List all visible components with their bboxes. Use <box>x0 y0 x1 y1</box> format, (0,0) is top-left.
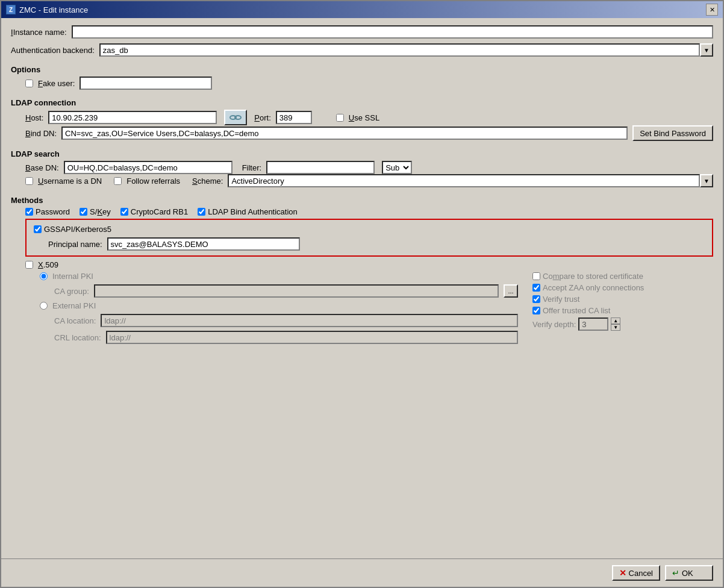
ldap-bind-method: LDAP Bind Authentication <box>198 207 298 216</box>
crl-location-input[interactable] <box>106 331 518 344</box>
verify-depth-up[interactable]: ▲ <box>611 317 620 324</box>
base-dn-row: Base DN: Filter: Sub One Base <box>25 161 713 174</box>
compare-stored-checkbox[interactable] <box>532 272 540 280</box>
verify-trust-checkbox[interactable] <box>532 295 540 303</box>
ok-button[interactable]: ↵ OK <box>665 565 713 581</box>
instance-name-input[interactable] <box>72 25 713 39</box>
verify-depth-spinner: ▲ ▼ <box>611 317 620 331</box>
use-ssl-checkbox[interactable] <box>336 114 344 122</box>
options-header: Options <box>11 65 713 74</box>
external-pki-row: External PKI <box>40 301 518 310</box>
ca-group-input[interactable] <box>94 284 499 298</box>
methods-checkboxes-row: Password S/Key CryptoCard RB1 LDAP Bind … <box>25 207 713 216</box>
accept-zaa-row: Accept ZAA only connections <box>532 283 713 292</box>
verify-depth-label: Verify depth: <box>532 320 576 329</box>
ca-location-row: CA location: <box>54 314 518 327</box>
cryptocard-method: CryptoCard RB1 <box>120 207 188 216</box>
scheme-input[interactable] <box>228 174 700 187</box>
skey-checkbox[interactable] <box>80 208 87 216</box>
host-row: Host: Port: Use SSL <box>25 110 713 125</box>
host-label: Host: <box>25 113 43 122</box>
password-label: Password <box>36 207 70 216</box>
instance-name-row: IInstance name: <box>11 25 713 39</box>
username-is-dn-checkbox[interactable] <box>25 177 33 185</box>
password-checkbox[interactable] <box>25 208 33 216</box>
options-section: Options Fake user: <box>11 61 713 90</box>
base-dn-input[interactable] <box>64 161 232 174</box>
app-icon: Z <box>6 5 16 14</box>
ca-group-row: CA group: ... <box>54 284 518 298</box>
use-ssl-label: Use SSL <box>349 113 379 122</box>
sub-select[interactable]: Sub One Base <box>382 161 412 174</box>
dialog-footer: ✕ Cancel ↵ OK <box>1 558 723 587</box>
scheme-control: ▼ <box>228 174 713 187</box>
x509-checkbox[interactable] <box>25 261 33 269</box>
fake-user-row: Fake user: <box>25 77 713 90</box>
ldap-bind-checkbox[interactable] <box>198 208 205 216</box>
principal-name-input[interactable] <box>107 237 300 251</box>
auth-backend-control: ▼ <box>99 43 713 57</box>
username-dn-row: Username is a DN Follow referrals Scheme… <box>25 174 713 187</box>
scheme-dropdown[interactable]: ▼ <box>700 174 713 187</box>
dialog-content: IInstance name: Authentication backend: … <box>1 18 723 558</box>
x509-left: Internal PKI CA group: ... External PKI … <box>40 272 518 344</box>
external-pki-radio[interactable] <box>40 302 48 310</box>
filter-input[interactable] <box>266 161 375 174</box>
title-bar: Z ZMC - Edit instance ✕ <box>1 1 723 18</box>
follow-referrals-label: Follow referrals <box>126 177 180 186</box>
accept-zaa-checkbox[interactable] <box>532 284 540 292</box>
verify-depth-input[interactable] <box>578 317 608 331</box>
port-label: Port: <box>254 113 270 122</box>
crl-location-label: CRL location: <box>54 333 101 342</box>
cryptocard-label: CryptoCard RB1 <box>131 207 188 216</box>
verify-depth-row: Verify depth: ▲ ▼ <box>532 317 713 331</box>
ldap-search-section: LDAP search Base DN: Filter: Sub One Bas… <box>11 146 713 187</box>
internal-pki-radio[interactable] <box>40 272 48 280</box>
ca-group-browse-button[interactable]: ... <box>504 284 518 298</box>
offer-trusted-ca-row: Offer trusted CA list <box>532 306 713 315</box>
accept-zaa-label: Accept ZAA only connections <box>543 283 644 292</box>
host-link-button[interactable] <box>224 110 247 125</box>
bind-dn-row: Bind DN: Set Bind Password <box>25 125 713 141</box>
set-bind-password-button[interactable]: Set Bind Password <box>632 125 713 141</box>
main-window: Z ZMC - Edit instance ✕ IInstance name: … <box>0 0 724 588</box>
port-input[interactable] <box>276 111 312 124</box>
gssapi-label: GSSAPI/Kerberos5 <box>44 225 111 234</box>
bind-dn-input[interactable] <box>61 127 628 140</box>
compare-stored-label: Compare to stored certificate <box>543 272 643 281</box>
auth-backend-row: Authentication backend: ▼ <box>11 43 713 57</box>
ldap-bind-label: LDAP Bind Authentication <box>208 207 298 216</box>
base-dn-label: Base DN: <box>25 163 59 172</box>
cancel-label: Cancel <box>629 569 653 578</box>
ldap-connection-section: LDAP connection Host: Port: Use SSL <box>11 95 713 141</box>
skey-label: S/Key <box>90 207 111 216</box>
offer-trusted-ca-checkbox[interactable] <box>532 307 540 314</box>
close-button[interactable]: ✕ <box>706 4 718 16</box>
fake-user-checkbox[interactable] <box>25 80 33 87</box>
password-method: Password <box>25 207 70 216</box>
principal-name-row: Principal name: <box>48 237 705 251</box>
ok-icon: ↵ <box>672 568 679 578</box>
cancel-button[interactable]: ✕ Cancel <box>612 565 660 581</box>
internal-pki-row: Internal PKI <box>40 272 518 281</box>
instance-name-label: IInstance name: <box>11 28 67 37</box>
verify-depth-down[interactable]: ▼ <box>611 324 620 331</box>
fake-user-input[interactable] <box>80 77 212 90</box>
host-input[interactable] <box>48 111 217 124</box>
bind-dn-label: Bind DN: <box>25 129 57 138</box>
gssapi-box: GSSAPI/Kerberos5 Principal name: <box>25 219 713 257</box>
gssapi-checkbox[interactable] <box>34 225 42 233</box>
cryptocard-checkbox[interactable] <box>120 208 128 216</box>
auth-backend-input[interactable] <box>99 43 700 57</box>
scheme-label: Scheme: <box>192 177 223 186</box>
ca-location-input[interactable] <box>101 314 518 327</box>
x509-main: Internal PKI CA group: ... External PKI … <box>40 272 713 344</box>
ldap-connection-header: LDAP connection <box>11 98 713 107</box>
follow-referrals-checkbox[interactable] <box>114 177 122 185</box>
verify-trust-label: Verify trust <box>543 295 579 304</box>
external-pki-label: External PKI <box>52 301 96 310</box>
title-bar-left: Z ZMC - Edit instance <box>6 5 88 14</box>
gssapi-method: GSSAPI/Kerberos5 <box>34 225 705 234</box>
auth-backend-dropdown[interactable]: ▼ <box>700 43 713 57</box>
filter-label: Filter: <box>242 163 262 172</box>
